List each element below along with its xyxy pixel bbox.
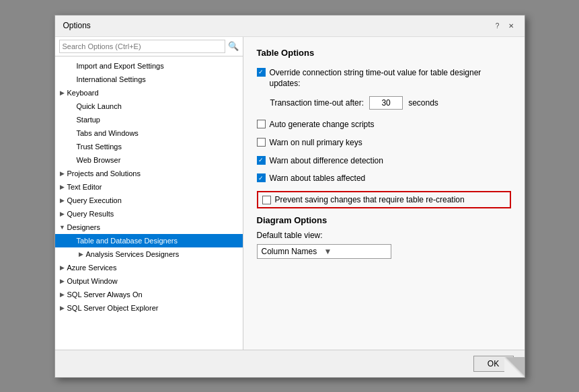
search-icon[interactable]: 🔍 xyxy=(228,41,239,51)
tree-item-label-designers: Designers xyxy=(67,223,101,231)
tree-item-label-keyboard: Keyboard xyxy=(67,89,99,97)
tree-item-query-results[interactable]: ▶Query Results xyxy=(55,207,243,221)
option-prevent-saving-highlighted: Prevent saving changes that require tabl… xyxy=(257,191,511,208)
expander-projects-solutions: ▶ xyxy=(58,169,67,178)
tree-item-analysis-services[interactable]: ▶Analysis Services Designers xyxy=(55,247,243,261)
tree: Import and Export SettingsInternational … xyxy=(55,56,243,350)
expander-azure-services: ▶ xyxy=(58,263,67,272)
title-bar-controls: ? ✕ xyxy=(492,20,516,31)
tree-item-label-azure-services: Azure Services xyxy=(67,264,117,272)
tree-item-output-window[interactable]: ▶Output Window xyxy=(55,274,243,288)
tree-item-tabs-windows[interactable]: Tabs and Windows xyxy=(55,126,243,140)
help-button[interactable]: ? xyxy=(492,20,503,31)
diagram-section: Diagram Options Default table view: Colu… xyxy=(257,215,511,259)
expander-import-export xyxy=(67,61,77,71)
timeout-unit: seconds xyxy=(408,98,438,108)
expander-web-browser xyxy=(67,155,77,165)
tree-item-import-export[interactable]: Import and Export Settings xyxy=(55,59,243,73)
expander-tabs-windows xyxy=(67,128,77,138)
tree-item-label-quick-launch: Quick Launch xyxy=(77,102,122,110)
default-view-value: Column Names xyxy=(262,247,324,256)
expander-designers: ▼ xyxy=(58,223,67,232)
default-view-label: Default table view: xyxy=(257,231,511,240)
expander-query-results: ▶ xyxy=(58,209,67,219)
tree-item-keyboard[interactable]: ▶Keyboard xyxy=(55,86,243,100)
search-input[interactable] xyxy=(59,40,225,53)
section-title: Table Options xyxy=(257,48,511,58)
label-warn-null: Warn on null primary keys xyxy=(270,137,362,149)
expander-keyboard: ▶ xyxy=(58,88,67,97)
expander-table-db-designers xyxy=(67,236,77,245)
tree-item-label-startup: Startup xyxy=(77,116,100,124)
option-warn-difference: Warn about difference detection xyxy=(257,155,511,167)
timeout-row: Transaction time-out after: seconds xyxy=(270,96,511,110)
dialog-title: Options xyxy=(63,21,91,30)
expander-sql-always-on: ▶ xyxy=(58,290,67,299)
tree-item-label-tabs-windows: Tabs and Windows xyxy=(77,129,139,137)
right-panel: Table Options Override connection string… xyxy=(243,37,525,350)
tree-item-startup[interactable]: Startup xyxy=(55,113,243,126)
tree-item-table-db-designers[interactable]: Table and Database Designers xyxy=(55,234,243,247)
tree-item-azure-services[interactable]: ▶Azure Services xyxy=(55,261,243,274)
label-prevent-saving: Prevent saving changes that require tabl… xyxy=(275,195,465,204)
expander-text-editor: ▶ xyxy=(58,182,67,192)
dialog-body: 🔍 Import and Export SettingsInternationa… xyxy=(55,37,525,350)
checkbox-warn-null[interactable] xyxy=(257,138,266,147)
tree-item-quick-launch[interactable]: Quick Launch xyxy=(55,100,243,113)
expander-trust-settings xyxy=(67,142,77,151)
tree-item-international-settings[interactable]: International Settings xyxy=(55,73,243,86)
option-warn-tables: Warn about tables affected xyxy=(257,173,511,184)
ok-button[interactable]: OK xyxy=(473,356,514,372)
tree-item-label-query-results: Query Results xyxy=(67,210,114,218)
tree-item-label-sql-always-on: SQL Server Always On xyxy=(67,290,143,299)
label-override-connection: Override connection string time-out valu… xyxy=(270,67,511,90)
search-box: 🔍 xyxy=(55,37,243,56)
diagram-title: Diagram Options xyxy=(257,215,511,225)
tree-item-designers[interactable]: ▼Designers xyxy=(55,221,243,234)
expander-sql-object-explorer: ▶ xyxy=(58,303,67,313)
option-auto-generate: Auto generate change scripts xyxy=(257,119,511,130)
tree-item-label-text-editor: Text Editor xyxy=(67,183,102,191)
close-button[interactable]: ✕ xyxy=(506,20,516,31)
checkbox-prevent-saving[interactable] xyxy=(262,196,271,204)
option-warn-null: Warn on null primary keys xyxy=(257,137,511,149)
tree-item-web-browser[interactable]: Web Browser xyxy=(55,153,243,167)
tree-item-label-projects-solutions: Projects and Solutions xyxy=(67,169,141,178)
tree-item-label-import-export: Import and Export Settings xyxy=(77,62,164,70)
label-warn-difference: Warn about difference detection xyxy=(270,155,383,167)
tree-item-projects-solutions[interactable]: ▶Projects and Solutions xyxy=(55,167,243,180)
tree-item-label-trust-settings: Trust Settings xyxy=(77,143,122,151)
default-view-select[interactable]: Column Names ▼ xyxy=(257,244,391,259)
tree-item-label-table-db-designers: Table and Database Designers xyxy=(77,237,178,245)
tree-item-sql-object-explorer[interactable]: ▶SQL Server Object Explorer xyxy=(55,301,243,315)
label-warn-tables: Warn about tables affected xyxy=(270,173,366,184)
left-panel: 🔍 Import and Export SettingsInternationa… xyxy=(55,37,243,350)
tree-item-sql-always-on[interactable]: ▶SQL Server Always On xyxy=(55,288,243,301)
checkbox-warn-difference[interactable] xyxy=(257,156,266,165)
expander-international-settings xyxy=(67,75,77,84)
tree-item-label-analysis-services: Analysis Services Designers xyxy=(86,250,180,258)
timeout-input[interactable] xyxy=(369,96,403,110)
title-bar: Options ? ✕ xyxy=(55,15,525,37)
expander-query-execution: ▶ xyxy=(58,196,67,205)
checkbox-override-connection[interactable] xyxy=(257,68,266,77)
options-dialog: Options ? ✕ 🔍 Import and Export Settings… xyxy=(54,15,525,378)
tree-item-label-sql-object-explorer: SQL Server Object Explorer xyxy=(67,304,159,312)
footer: OK xyxy=(55,350,525,377)
expander-output-window: ▶ xyxy=(58,276,67,286)
tree-item-query-execution[interactable]: ▶Query Execution xyxy=(55,194,243,207)
tree-item-label-web-browser: Web Browser xyxy=(77,156,121,164)
checkbox-auto-generate[interactable] xyxy=(257,120,266,128)
tree-item-label-query-execution: Query Execution xyxy=(67,196,122,204)
label-auto-generate: Auto generate change scripts xyxy=(270,119,375,130)
option-override-connection: Override connection string time-out valu… xyxy=(257,67,511,90)
tree-item-label-international-settings: International Settings xyxy=(77,75,146,83)
tree-item-trust-settings[interactable]: Trust Settings xyxy=(55,140,243,153)
select-arrow-icon: ▼ xyxy=(324,247,387,256)
expander-analysis-services: ▶ xyxy=(77,249,86,259)
tree-item-label-output-window: Output Window xyxy=(67,277,118,285)
expander-quick-launch xyxy=(67,102,77,111)
timeout-label: Transaction time-out after: xyxy=(270,98,364,108)
checkbox-warn-tables[interactable] xyxy=(257,173,266,182)
tree-item-text-editor[interactable]: ▶Text Editor xyxy=(55,180,243,194)
